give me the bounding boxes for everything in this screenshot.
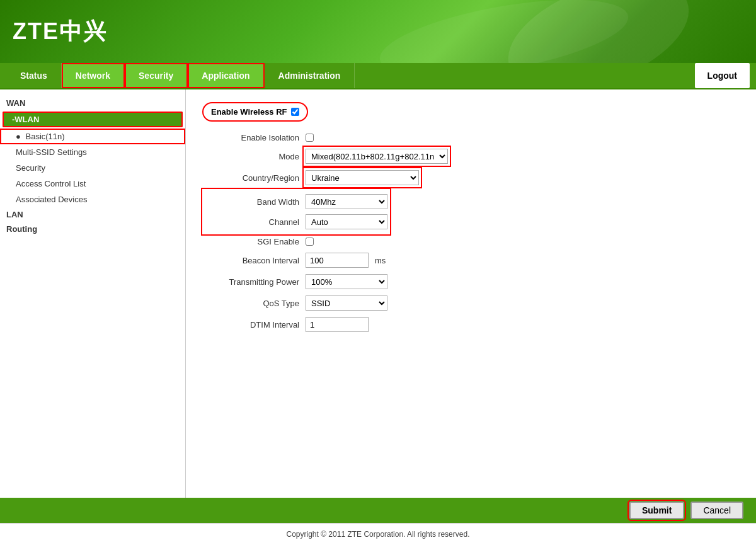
channel-select[interactable]: Auto 12345 67891011 — [306, 214, 387, 229]
enable-wireless-row: Enable Wireless RF — [205, 102, 737, 127]
dtim-row: DTIM Interval — [205, 317, 737, 332]
tab-application[interactable]: Application — [188, 63, 264, 88]
qos-select[interactable]: SSID WMM — [306, 295, 387, 311]
mode-select[interactable]: Mixed(802.11b+802.11g+802.11n 802.11b on… — [306, 149, 448, 164]
sidebar-item-multissid[interactable]: Multi-SSID Settings — [0, 144, 185, 160]
channel-control: Auto 12345 67891011 — [306, 214, 387, 229]
copyright-text: Copyright © 2011 ZTE Corporation. All ri… — [287, 530, 470, 539]
enable-isolation-control — [306, 134, 314, 142]
enable-isolation-row: Enable Isolation — [205, 133, 737, 142]
country-label: Country/Region — [205, 173, 306, 183]
mode-row: Mode Mixed(802.11b+802.11g+802.11n 802.1… — [205, 149, 737, 164]
dtim-label: DTIM Interval — [205, 320, 306, 330]
enable-wireless-label: Enable Wireless RF — [211, 107, 287, 117]
sidebar-item-associated[interactable]: Associated Devices — [0, 192, 185, 207]
qos-control: SSID WMM — [306, 295, 387, 311]
qos-label: QoS Type — [205, 299, 306, 308]
txpower-row: Transmitting Power 100% 75% 50% 25% — [205, 274, 737, 289]
tab-network[interactable]: Network — [62, 63, 125, 88]
header: ZTE中兴 — [0, 0, 756, 63]
sidebar-item-wlan[interactable]: -WLAN — [3, 112, 183, 127]
main-layout: WAN -WLAN ● Basic(11n) Multi-SSID Settin… — [0, 89, 756, 498]
beacon-row: Beacon Interval ms — [205, 253, 737, 268]
enable-wireless-checkbox[interactable] — [291, 108, 299, 116]
sidebar-section-wan: WAN — [0, 96, 185, 110]
channel-label: Channel — [205, 217, 306, 227]
sgi-label: SGI Enable — [205, 237, 306, 246]
cancel-button[interactable]: Cancel — [690, 502, 743, 519]
bullet-icon: ● — [16, 132, 21, 141]
submit-button[interactable]: Submit — [629, 502, 684, 519]
sgi-control — [306, 238, 314, 246]
tab-administration[interactable]: Administration — [265, 63, 355, 88]
sidebar-section-lan: LAN — [0, 207, 185, 222]
enable-wireless-wrap: Enable Wireless RF — [205, 105, 306, 119]
sidebar-item-basic11n[interactable]: ● Basic(11n) — [0, 129, 185, 144]
country-select[interactable]: Ukraine United States Canada Germany Fra… — [306, 170, 419, 185]
qos-row: QoS Type SSID WMM — [205, 295, 737, 311]
dtim-input[interactable] — [306, 317, 369, 332]
mode-control: Mixed(802.11b+802.11g+802.11n 802.11b on… — [306, 149, 448, 164]
txpower-select[interactable]: 100% 75% 50% 25% — [306, 274, 387, 289]
logout-button[interactable]: Logout — [695, 63, 750, 88]
sgi-checkbox[interactable] — [306, 238, 314, 246]
tab-security[interactable]: Security — [125, 63, 188, 88]
footer: Copyright © 2011 ZTE Corporation. All ri… — [0, 523, 756, 545]
bandwidth-control: 40Mhz 20Mhz — [306, 194, 387, 209]
mode-label: Mode — [205, 152, 306, 161]
country-row: Country/Region Ukraine United States Can… — [205, 170, 737, 185]
enable-isolation-checkbox[interactable] — [306, 134, 314, 142]
country-control: Ukraine United States Canada Germany Fra… — [306, 170, 419, 185]
beacon-label: Beacon Interval — [205, 256, 306, 265]
txpower-control: 100% 75% 50% 25% — [306, 274, 387, 289]
bandwidth-row: Band Width 40Mhz 20Mhz — [205, 194, 387, 209]
beacon-input[interactable] — [306, 253, 369, 268]
sidebar-item-acl[interactable]: Access Control List — [0, 176, 185, 192]
channel-row: Channel Auto 12345 67891011 — [205, 214, 387, 229]
bandwidth-select[interactable]: 40Mhz 20Mhz — [306, 194, 387, 209]
dtim-control — [306, 317, 369, 332]
beacon-control: ms — [306, 253, 386, 268]
bottom-bar: Submit Cancel — [0, 498, 756, 523]
logo: ZTE中兴 — [13, 16, 107, 47]
content-area: Enable Wireless RF Enable Isolation Mode… — [186, 89, 756, 498]
sidebar-item-security[interactable]: Security — [0, 160, 185, 176]
sidebar: WAN -WLAN ● Basic(11n) Multi-SSID Settin… — [0, 89, 186, 498]
bw-channel-group: Band Width 40Mhz 20Mhz Channel Auto 1234… — [205, 192, 387, 232]
beacon-unit: ms — [375, 256, 386, 265]
txpower-label: Transmitting Power — [205, 277, 306, 287]
bandwidth-label: Band Width — [205, 197, 306, 207]
enable-isolation-label: Enable Isolation — [205, 133, 306, 142]
sgi-row: SGI Enable — [205, 237, 737, 246]
navbar: Status Network Security Application Admi… — [0, 63, 756, 89]
sidebar-section-routing: Routing — [0, 222, 185, 236]
tab-status[interactable]: Status — [6, 63, 62, 88]
